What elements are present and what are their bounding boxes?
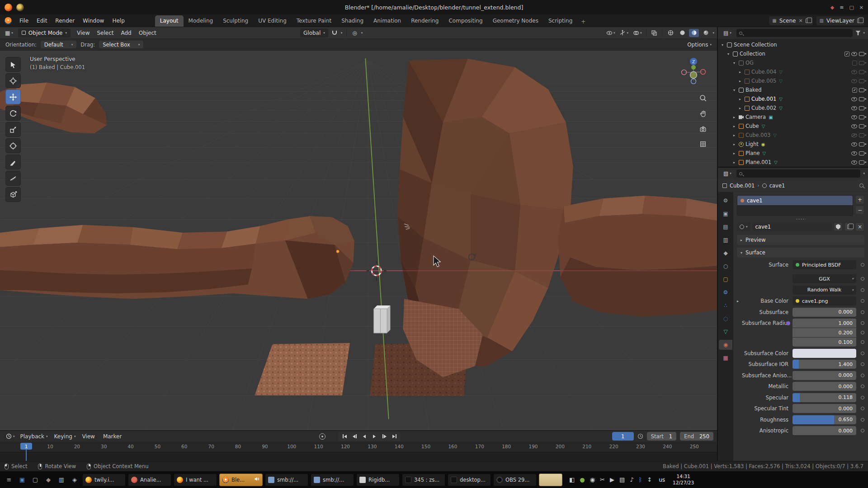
proportional-editing-button[interactable]: ◎ <box>351 29 358 37</box>
disclosure-caret-icon[interactable]: ▾ <box>720 43 725 47</box>
shading-solid-button[interactable] <box>677 29 687 37</box>
material[interactable]: ◉ <box>719 340 732 350</box>
animate-dot-button[interactable] <box>861 340 864 344</box>
texture[interactable]: ▦ <box>719 353 732 363</box>
render-visibility-icon[interactable] <box>859 70 864 74</box>
property-slider[interactable]: 1.400 <box>793 360 856 369</box>
orthographic-toggle-button[interactable] <box>697 138 709 150</box>
outliner-item-label[interactable]: Baked <box>745 87 762 93</box>
taskbar-clock[interactable]: 14:31 12/27/23 <box>673 474 694 486</box>
animate-dot-button[interactable] <box>861 418 864 422</box>
window-button-desktop[interactable]: desktop... <box>448 474 491 486</box>
notifications[interactable]: ◧ <box>569 476 575 483</box>
timeline-menu[interactable]: View <box>79 432 99 441</box>
add-slot-button[interactable]: + <box>855 195 864 204</box>
workspace-tab[interactable]: Animation <box>368 15 406 27</box>
animate-dot-button[interactable] <box>861 385 864 388</box>
property-color-swatch[interactable] <box>793 349 856 358</box>
object[interactable]: ▢ <box>719 274 732 284</box>
applications-menu[interactable]: ≡ <box>4 474 14 485</box>
menubar-menu[interactable]: Window <box>79 16 108 25</box>
animate-dot-button[interactable] <box>861 352 864 355</box>
hide-eye-icon[interactable] <box>851 124 857 128</box>
material-name-field[interactable]: cave1 <box>752 222 832 231</box>
launcher-terminal[interactable]: ▢ <box>30 474 41 485</box>
outliner-item-label[interactable]: Collection <box>740 51 765 57</box>
auto-keying-button[interactable] <box>319 433 326 440</box>
outliner-item-label[interactable]: Cube <box>745 123 759 129</box>
property-slider[interactable]: 0.650 <box>793 415 856 424</box>
snap-toggle-button[interactable] <box>331 30 338 36</box>
mode-dropdown[interactable]: Object Mode ▾ <box>18 28 71 38</box>
property-number-field[interactable]: 1.000 <box>793 319 856 328</box>
outliner-search-box[interactable] <box>736 29 853 37</box>
animate-dot-button[interactable] <box>861 310 864 314</box>
render-visibility-icon[interactable] <box>859 88 864 92</box>
workspace-tab[interactable]: Sculpting <box>218 15 253 27</box>
overlays-dropdown[interactable]: ▾ <box>632 29 643 37</box>
window-button-analie[interactable]: Analie... <box>128 474 171 486</box>
property-dropdown[interactable]: Random Walk▾ <box>793 286 856 295</box>
next-keyframe-button[interactable] <box>380 433 389 440</box>
animate-dot-button[interactable] <box>861 263 864 267</box>
outliner-row[interactable]: ▸ Cube.001 <box>718 94 868 103</box>
outliner-row[interactable]: ▸ Light <box>718 140 868 149</box>
render-visibility-icon[interactable] <box>859 79 864 83</box>
outliner-row[interactable]: ▸ Cube.005 <box>718 76 868 85</box>
disclosure-caret-icon[interactable]: ▸ <box>731 160 737 164</box>
animate-dot-button[interactable] <box>861 362 864 366</box>
prev-keyframe-button[interactable] <box>350 433 359 440</box>
media-play[interactable]: ▶ <box>610 476 614 483</box>
menubar-menu[interactable]: Edit <box>33 16 51 25</box>
timeline-editor-type-button[interactable]: ▾ <box>4 432 17 440</box>
updates[interactable]: ● <box>580 476 585 483</box>
collection-checkbox[interactable] <box>852 61 857 66</box>
outliner-row[interactable]: ▾ Collection <box>718 49 868 58</box>
properties-search-input[interactable] <box>745 171 858 177</box>
window-button-twily[interactable]: twily.i... <box>82 474 126 486</box>
outliner-row[interactable]: ▸ Plane <box>718 149 868 158</box>
render-visibility-icon[interactable] <box>859 106 864 110</box>
outliner-row[interactable]: ▸ Cube <box>718 122 868 131</box>
property-slider[interactable]: 0.000 <box>793 404 856 413</box>
workspace-tab[interactable]: Geometry Nodes <box>488 15 543 27</box>
outliner-editor-type-button[interactable]: ▤▾ <box>721 29 734 37</box>
keyboard-layout-indicator[interactable]: us <box>659 477 665 483</box>
disclosure-caret-icon[interactable]: ▸ <box>737 79 743 83</box>
world[interactable]: ○ <box>719 261 732 271</box>
scale-tool-button[interactable] <box>5 122 21 137</box>
play-button[interactable] <box>370 433 379 440</box>
disclosure-caret-icon[interactable]: ▸ <box>731 115 737 119</box>
bluetooth[interactable]: ᛒ <box>638 476 642 483</box>
hide-eye-icon[interactable] <box>851 97 857 101</box>
outliner-item-label[interactable]: Cube.004 <box>751 69 776 75</box>
playhead-marker[interactable]: 1 <box>20 443 32 450</box>
annotate-tool-button[interactable] <box>5 155 21 169</box>
workspace-tab[interactable]: Compositing <box>443 15 487 27</box>
property-slider[interactable]: 0.000 <box>793 382 856 391</box>
window-maximize-icon[interactable]: ▢ <box>849 5 854 10</box>
animate-dot-button[interactable] <box>861 299 864 303</box>
shading-rendered-button[interactable] <box>701 29 711 37</box>
screenshot[interactable]: ✂ <box>600 476 605 483</box>
gizmos-dropdown[interactable]: ▾ <box>618 29 630 37</box>
outliner-row[interactable]: ▸ Cube.002 <box>718 103 868 113</box>
particles[interactable]: ∴ <box>719 300 732 310</box>
property-texture-field[interactable]: cave1.png <box>793 296 856 305</box>
launcher-editor[interactable]: ▥ <box>56 474 67 485</box>
expand-caret-icon[interactable]: ▸ <box>737 299 742 303</box>
window-button-smb1[interactable]: smb://... <box>265 474 308 486</box>
snap-options-chevron[interactable]: ▾ <box>341 31 343 35</box>
window-button-rigidb[interactable]: Rigidb... <box>356 474 400 486</box>
render-visibility-icon[interactable] <box>859 151 864 155</box>
obs-tray[interactable]: ◉ <box>590 476 595 483</box>
outliner-row[interactable]: ▸ Cube.004 <box>718 67 868 76</box>
gizmo-neg-z-ball[interactable] <box>691 79 696 84</box>
gizmo-y-ball[interactable] <box>691 65 696 70</box>
surface-section-header[interactable]: ▾ Surface <box>737 248 864 258</box>
hide-eye-icon[interactable] <box>851 70 857 74</box>
disclosure-caret-icon[interactable]: ▸ <box>737 70 743 74</box>
property-dropdown[interactable]: Principled BSDF <box>793 260 856 269</box>
hide-eye-icon[interactable] <box>851 115 857 119</box>
hide-eye-icon[interactable] <box>851 52 857 56</box>
